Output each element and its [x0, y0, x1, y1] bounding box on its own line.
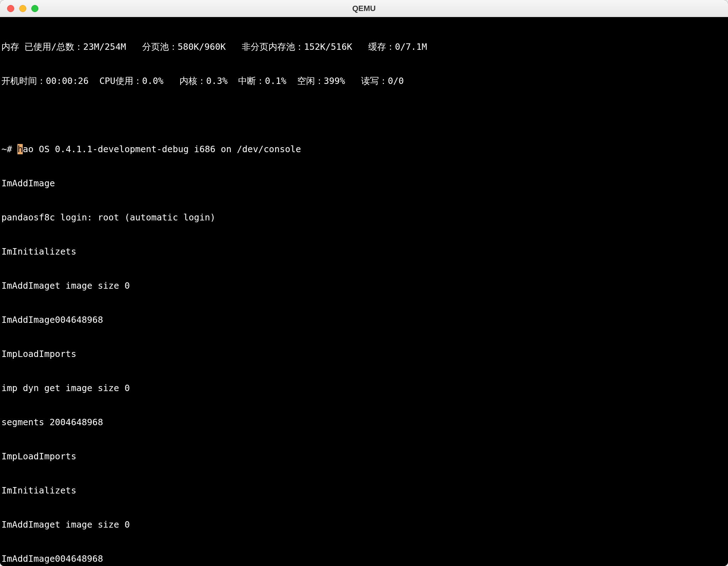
window-title: QEMU — [352, 4, 376, 13]
cursor-highlight: h — [17, 144, 23, 154]
close-icon[interactable] — [7, 5, 14, 12]
status-line-2: 开机时间：00:00:26 CPU使用：0.0% 内核：0.3% 中断：0.1%… — [1, 75, 727, 87]
maximize-icon[interactable] — [31, 5, 38, 12]
prompt-suffix: ao OS 0.4.1.1-development-debug i686 on … — [23, 144, 301, 154]
minimize-icon[interactable] — [19, 5, 26, 12]
console-line: imp dyn get image size 0 — [1, 383, 727, 394]
prompt-line: ~# hao OS 0.4.1.1-development-debug i686… — [1, 144, 727, 155]
qemu-window: QEMU 内存 已使用/总数：23M/254M 分页池：580K/960K 非分… — [0, 0, 728, 566]
blank-line — [1, 110, 727, 121]
console-line: ImAddImage004648968 — [1, 553, 727, 565]
traffic-lights — [7, 5, 38, 12]
console-line: ImInitializets — [1, 246, 727, 257]
status-line-1: 内存 已使用/总数：23M/254M 分页池：580K/960K 非分页内存池：… — [1, 41, 727, 53]
console-line: ImpLoadImports — [1, 348, 727, 360]
console-line: segments 2004648968 — [1, 417, 727, 428]
titlebar[interactable]: QEMU — [0, 0, 728, 17]
console-line: ImpLoadImports — [1, 451, 727, 462]
console-line: ImInitializets — [1, 485, 727, 496]
prompt-prefix: ~# — [1, 144, 17, 154]
console-line: ImAddImaget image size 0 — [1, 519, 727, 530]
console-line: ImAddImage004648968 — [1, 314, 727, 326]
terminal[interactable]: 内存 已使用/总数：23M/254M 分页池：580K/960K 非分页内存池：… — [0, 17, 728, 566]
console-line: ImAddImaget image size 0 — [1, 280, 727, 292]
console-line: pandaosf8c login: root (automatic login) — [1, 212, 727, 223]
console-line: ImAddImage — [1, 178, 727, 189]
